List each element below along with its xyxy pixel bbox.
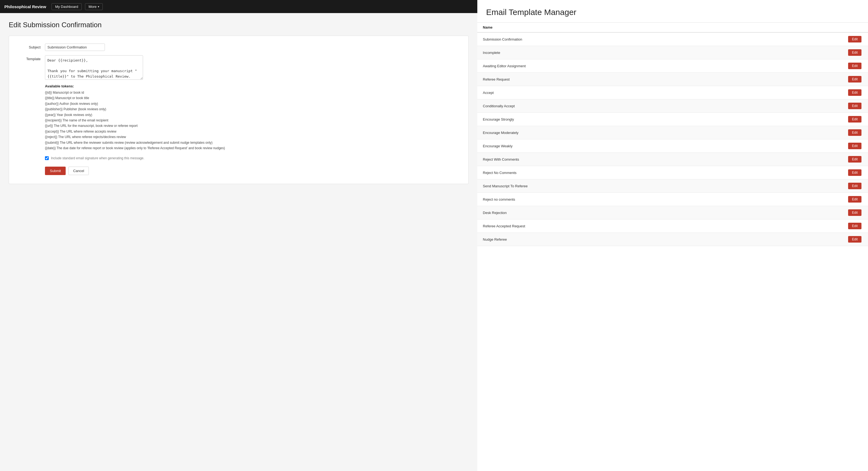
more-button[interactable]: More ▾ bbox=[85, 3, 103, 10]
template-name-cell: Awaiting Editor Assignment bbox=[477, 59, 746, 73]
email-template-manager-title: Email Template Manager bbox=[477, 8, 868, 22]
edit-template-button[interactable]: Edit bbox=[848, 116, 862, 123]
token-item: {{id}} Manuscript or book id bbox=[45, 90, 459, 95]
template-action-cell: Edit bbox=[746, 139, 868, 153]
template-name-cell: Encourage Strongly bbox=[477, 113, 746, 126]
edit-template-button[interactable]: Edit bbox=[848, 236, 862, 243]
edit-template-button[interactable]: Edit bbox=[848, 143, 862, 149]
edit-template-button[interactable]: Edit bbox=[848, 49, 862, 56]
token-item: {{year}} Year (book reviews only) bbox=[45, 112, 459, 117]
table-row: Nudge RefereeEdit bbox=[477, 233, 868, 246]
template-textarea[interactable]: Dear {{recipient}}, Thank you for submit… bbox=[45, 55, 143, 80]
cancel-button[interactable]: Cancel bbox=[68, 167, 89, 175]
template-action-cell: Edit bbox=[746, 220, 868, 233]
table-row: Awaiting Editor AssignmentEdit bbox=[477, 59, 868, 73]
token-item: {{publisher}} Publisher (book reviews on… bbox=[45, 106, 459, 112]
table-row: Encourage WeaklyEdit bbox=[477, 139, 868, 153]
template-table-body: Submission ConfirmationEditIncompleteEdi… bbox=[477, 32, 868, 246]
form-buttons: Submit Cancel bbox=[45, 167, 459, 175]
navbar-brand: Philosophical Review bbox=[4, 4, 46, 9]
tokens-title: Available tokens: bbox=[45, 84, 459, 88]
token-item: {{url}} The URL for the manuscript, book… bbox=[45, 123, 459, 129]
token-item: {{accept}} The URL where referee accepts… bbox=[45, 129, 459, 134]
table-row: AcceptEdit bbox=[477, 86, 868, 99]
submit-button[interactable]: Submit bbox=[45, 167, 66, 175]
token-item: {{date}} The due date for referee report… bbox=[45, 145, 459, 151]
template-name-cell: Reject With Comments bbox=[477, 153, 746, 166]
subject-row: Subject bbox=[19, 43, 459, 51]
subject-input[interactable] bbox=[45, 43, 105, 51]
token-item: {{reject}} The URL where referee rejects… bbox=[45, 134, 459, 140]
subject-label: Subject bbox=[19, 43, 40, 49]
edit-template-button[interactable]: Edit bbox=[848, 63, 862, 69]
template-action-cell: Edit bbox=[746, 206, 868, 220]
table-header-row: Name bbox=[477, 23, 868, 33]
template-action-cell: Edit bbox=[746, 59, 868, 73]
template-row: Template Dear {{recipient}}, Thank you f… bbox=[19, 55, 459, 80]
more-label: More bbox=[89, 5, 97, 9]
table-row: Send Manuscript To RefereeEdit bbox=[477, 179, 868, 193]
col-action-header bbox=[746, 23, 868, 33]
tokens-list: {{id}} Manuscript or book id{{title}} Ma… bbox=[45, 90, 459, 151]
template-action-cell: Edit bbox=[746, 233, 868, 246]
edit-template-button[interactable]: Edit bbox=[848, 156, 862, 163]
table-row: Submission ConfirmationEdit bbox=[477, 32, 868, 46]
template-table: Name Submission ConfirmationEditIncomple… bbox=[477, 22, 868, 246]
template-name-cell: Reject No Comments bbox=[477, 166, 746, 179]
template-name-cell: Accept bbox=[477, 86, 746, 99]
signature-checkbox-row: Include standard email signature when ge… bbox=[45, 156, 459, 160]
template-action-cell: Edit bbox=[746, 113, 868, 126]
table-row: Encourage StronglyEdit bbox=[477, 113, 868, 126]
edit-template-button[interactable]: Edit bbox=[848, 36, 862, 42]
page-title: Edit Submission Confirmation bbox=[9, 21, 469, 29]
token-item: {{author}} Author (book reviews only) bbox=[45, 101, 459, 106]
template-action-cell: Edit bbox=[746, 86, 868, 99]
form-card: Subject Template Dear {{recipient}}, Tha… bbox=[9, 36, 469, 184]
left-panel: Philosophical Review My Dashboard More ▾… bbox=[0, 0, 477, 471]
template-name-cell: Encourage Moderately bbox=[477, 126, 746, 139]
table-row: Reject With CommentsEdit bbox=[477, 153, 868, 166]
template-action-cell: Edit bbox=[746, 73, 868, 86]
signature-checkbox[interactable] bbox=[45, 156, 49, 160]
template-name-cell: Referee Accepted Request bbox=[477, 220, 746, 233]
table-row: Reject no commentsEdit bbox=[477, 193, 868, 206]
table-row: IncompleteEdit bbox=[477, 46, 868, 59]
edit-template-button[interactable]: Edit bbox=[848, 183, 862, 189]
edit-template-button[interactable]: Edit bbox=[848, 196, 862, 203]
navbar: Philosophical Review My Dashboard More ▾ bbox=[0, 0, 477, 13]
template-name-cell: Send Manuscript To Referee bbox=[477, 179, 746, 193]
template-action-cell: Edit bbox=[746, 193, 868, 206]
table-row: Desk RejectionEdit bbox=[477, 206, 868, 220]
dashboard-button[interactable]: My Dashboard bbox=[52, 3, 82, 10]
template-action-cell: Edit bbox=[746, 179, 868, 193]
page-content: Edit Submission Confirmation Subject Tem… bbox=[0, 13, 477, 471]
template-label: Template bbox=[19, 55, 40, 61]
template-name-cell: Incomplete bbox=[477, 46, 746, 59]
token-item: {{title}} Manuscript or book title bbox=[45, 95, 459, 101]
table-row: Referee Accepted RequestEdit bbox=[477, 220, 868, 233]
token-item: {{submit}} The URL where the reviewer su… bbox=[45, 140, 459, 145]
edit-template-button[interactable]: Edit bbox=[848, 129, 862, 136]
edit-template-button[interactable]: Edit bbox=[848, 223, 862, 229]
template-name-cell: Conditionally Accept bbox=[477, 99, 746, 113]
template-action-cell: Edit bbox=[746, 46, 868, 59]
edit-template-button[interactable]: Edit bbox=[848, 76, 862, 82]
template-action-cell: Edit bbox=[746, 153, 868, 166]
template-action-cell: Edit bbox=[746, 32, 868, 46]
edit-template-button[interactable]: Edit bbox=[848, 209, 862, 216]
table-row: Encourage ModeratelyEdit bbox=[477, 126, 868, 139]
edit-template-button[interactable]: Edit bbox=[848, 89, 862, 96]
chevron-down-icon: ▾ bbox=[98, 5, 99, 8]
template-name-cell: Nudge Referee bbox=[477, 233, 746, 246]
template-name-cell: Submission Confirmation bbox=[477, 32, 746, 46]
template-action-cell: Edit bbox=[746, 126, 868, 139]
col-name-header: Name bbox=[477, 23, 746, 33]
table-row: Reject No CommentsEdit bbox=[477, 166, 868, 179]
table-row: Referee RequestEdit bbox=[477, 73, 868, 86]
signature-checkbox-label: Include standard email signature when ge… bbox=[51, 156, 145, 160]
edit-template-button[interactable]: Edit bbox=[848, 169, 862, 176]
right-panel: Email Template Manager Name Submission C… bbox=[477, 0, 868, 471]
edit-template-button[interactable]: Edit bbox=[848, 103, 862, 109]
tokens-section: Available tokens: {{id}} Manuscript or b… bbox=[45, 84, 459, 151]
template-name-cell: Encourage Weakly bbox=[477, 139, 746, 153]
